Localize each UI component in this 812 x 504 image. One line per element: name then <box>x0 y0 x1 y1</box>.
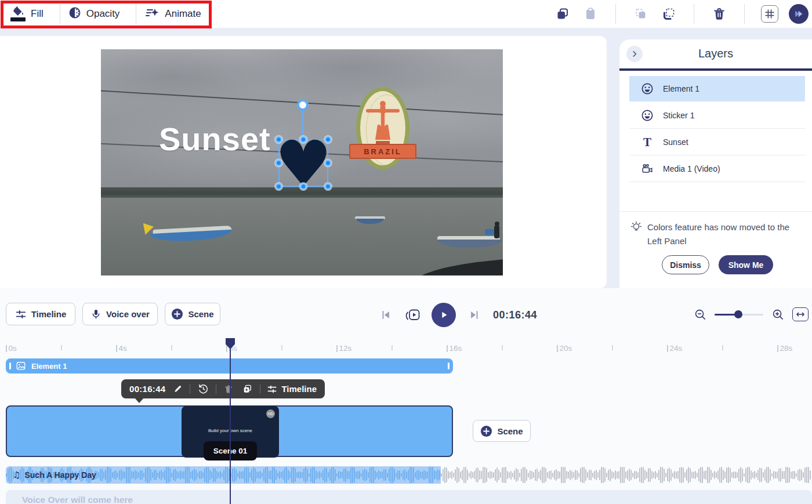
voice-over-track[interactable]: Voice Over will come here <box>6 490 812 504</box>
context-divider <box>260 385 260 394</box>
row-divider <box>629 128 805 129</box>
preview-scene-button[interactable] <box>404 306 422 324</box>
layer-row-sticker-1[interactable]: Sticker 1 <box>629 103 805 128</box>
top-action-icons <box>554 0 809 28</box>
opacity-label: Opacity <box>86 8 120 20</box>
ruler-tick-4s: 4s <box>116 345 127 352</box>
pencil-icon <box>173 385 182 393</box>
zoom-out-button[interactable] <box>691 306 709 323</box>
track-trim-handle-left[interactable] <box>9 362 11 369</box>
ruler-tick-16s: 16s <box>447 345 462 352</box>
edit-duration-button[interactable] <box>172 383 183 395</box>
delete-scene-button[interactable] <box>223 383 234 395</box>
zoom-slider[interactable] <box>715 314 763 316</box>
dismiss-button[interactable]: Dismiss <box>662 255 709 274</box>
delete-button[interactable] <box>710 5 728 23</box>
ruler-minor-tick <box>722 345 723 350</box>
opacity-button[interactable]: Opacity <box>66 0 130 28</box>
canvas-text-overlay[interactable]: Sunset <box>159 120 271 158</box>
layer-row-media-1[interactable]: Media 1 (Video) <box>629 156 805 182</box>
video-preview[interactable]: Sunset ♥ <box>101 49 503 275</box>
skip-to-start-button[interactable] <box>377 306 394 324</box>
play-button[interactable] <box>432 303 456 327</box>
scene-context-toolbar: 00:16:44 Timeline <box>121 379 325 398</box>
context-divider <box>216 385 216 394</box>
duplicate-scene-button[interactable] <box>241 383 253 396</box>
music-note-icon: ♫ <box>13 470 20 480</box>
resize-handle-e[interactable] <box>324 159 332 167</box>
boat <box>437 234 503 251</box>
resize-handle-se[interactable] <box>324 183 332 190</box>
ruler-minor-tick <box>392 345 393 350</box>
ruler-minor-tick <box>502 345 503 350</box>
transition-button[interactable] <box>197 383 209 396</box>
ruler-tick-0s: 0s <box>6 345 17 352</box>
fill-label: Fill <box>31 8 44 20</box>
resize-handle-nw[interactable] <box>275 136 282 143</box>
opacity-icon <box>68 6 81 21</box>
layer-row-sunset[interactable]: T Sunset <box>629 129 805 155</box>
christ-statue-icon <box>364 99 401 149</box>
copy-style-button[interactable] <box>660 5 677 23</box>
voice-over-placeholder: Voice Over will come here <box>22 495 133 504</box>
toolbar-divider <box>60 4 60 24</box>
ruler-minor-tick <box>281 345 282 350</box>
microphone-icon <box>90 309 102 320</box>
rotation-handle[interactable] <box>297 99 309 111</box>
scene-duration: 00:16:44 <box>129 384 165 394</box>
audio-track-active[interactable]: ♫ Such A Happy Day <box>6 466 441 484</box>
ruler-tick-20s: 20s <box>557 345 572 352</box>
track-trim-handle-right[interactable] <box>448 362 449 369</box>
ruler-tick-28s: 28s <box>777 345 792 352</box>
video-editor-app: Fill Opacity Animate <box>0 0 812 504</box>
editor-canvas-area: Sunset ♥ <box>0 36 607 288</box>
layer-row-element-1[interactable]: Element 1 <box>629 76 805 101</box>
layer-label: Element 1 <box>663 84 699 93</box>
sticker-banner-text: BRAZIL <box>364 147 402 156</box>
duplicate-icon <box>242 384 252 394</box>
add-scene-button[interactable]: Scene <box>473 420 531 442</box>
zoom-in-button[interactable] <box>769 306 786 323</box>
layers-title-underline <box>619 68 812 71</box>
resize-handle-sw[interactable] <box>275 183 282 190</box>
sliders-icon <box>267 384 277 394</box>
zoom-slider-thumb[interactable] <box>734 310 742 318</box>
resize-handle-w[interactable] <box>275 159 282 167</box>
open-timeline-button[interactable]: Timeline <box>267 383 317 396</box>
export-button[interactable] <box>789 4 809 24</box>
audio-track-remainder[interactable] <box>441 466 812 484</box>
fill-button[interactable]: Fill <box>8 0 54 28</box>
scene-button-label: Scene <box>188 309 213 319</box>
brazil-sticker[interactable]: BRAZIL <box>354 87 412 169</box>
fit-timeline-button[interactable] <box>792 307 809 321</box>
toolbar-divider <box>615 4 616 24</box>
voice-over-button[interactable]: Voice over <box>82 303 158 325</box>
timeline-zoom-controls <box>691 306 809 323</box>
skip-to-end-button[interactable] <box>466 306 483 324</box>
scene-badge: HD <box>266 409 275 418</box>
add-scene-toolbar-button[interactable]: Scene <box>165 303 220 325</box>
history-clock-icon <box>198 383 209 394</box>
animate-icon <box>144 6 160 21</box>
lightbulb-icon <box>630 220 643 235</box>
paste-style-button[interactable] <box>632 5 650 23</box>
resize-handle-s[interactable] <box>300 183 307 190</box>
selected-element-heart[interactable]: ♥ <box>278 139 328 187</box>
playhead-line <box>230 343 231 504</box>
toolbar-divider <box>136 4 136 24</box>
timeline-button[interactable]: Timeline <box>6 303 75 325</box>
layers-panel-title: Layers <box>619 47 812 60</box>
element-format-tools: Fill Opacity Animate <box>8 0 212 28</box>
grid-button[interactable] <box>761 5 778 23</box>
toolbar-divider <box>744 4 745 24</box>
fit-width-icon <box>795 310 806 318</box>
sticker-smiley-icon <box>641 82 654 95</box>
resize-handle-n[interactable] <box>300 136 307 143</box>
animate-button[interactable]: Animate <box>142 0 211 28</box>
text-icon: T <box>641 136 654 148</box>
resize-handle-ne[interactable] <box>324 136 332 143</box>
copy-button[interactable] <box>554 5 571 23</box>
show-me-button[interactable]: Show Me <box>719 255 773 274</box>
paste-button[interactable] <box>582 5 599 23</box>
audio-waveform-gray <box>441 466 812 484</box>
